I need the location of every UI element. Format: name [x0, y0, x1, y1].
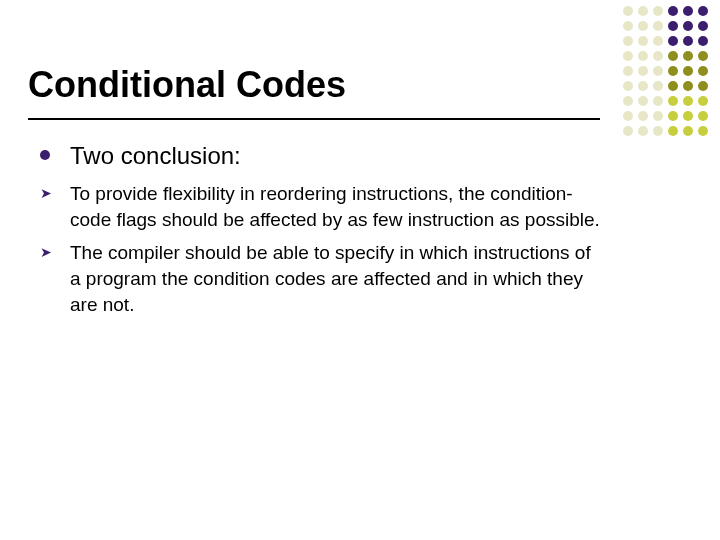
- deco-dot-icon: [668, 21, 678, 31]
- deco-dot-icon: [623, 66, 633, 76]
- deco-dot-icon: [668, 111, 678, 121]
- deco-dot-icon: [668, 6, 678, 16]
- deco-dot-icon: [683, 81, 693, 91]
- slide-title: Conditional Codes: [28, 64, 346, 106]
- deco-dot-icon: [638, 21, 648, 31]
- sub-bullet-row: ➤ The compiler should be able to specify…: [40, 240, 600, 317]
- bullet-text: Two conclusion:: [70, 140, 241, 171]
- deco-dot-icon: [623, 21, 633, 31]
- deco-dot-icon: [653, 96, 663, 106]
- deco-dot-icon: [653, 36, 663, 46]
- deco-dot-icon: [698, 36, 708, 46]
- deco-dot-icon: [638, 111, 648, 121]
- deco-dot-icon: [638, 51, 648, 61]
- deco-dot-icon: [623, 96, 633, 106]
- deco-dot-icon: [698, 96, 708, 106]
- deco-dot-icon: [683, 111, 693, 121]
- deco-dot-icon: [653, 51, 663, 61]
- arrow-bullet-icon: ➤: [40, 185, 52, 201]
- deco-dot-icon: [653, 21, 663, 31]
- deco-dot-icon: [668, 126, 678, 136]
- deco-dot-icon: [683, 36, 693, 46]
- deco-dot-icon: [623, 126, 633, 136]
- arrow-bullet-icon: ➤: [40, 244, 52, 260]
- deco-dot-icon: [698, 6, 708, 16]
- sub-bullet-row: ➤ To provide flexibility in reordering i…: [40, 181, 600, 232]
- deco-dot-icon: [623, 111, 633, 121]
- deco-dot-icon: [653, 81, 663, 91]
- deco-dot-icon: [668, 51, 678, 61]
- deco-dot-icon: [653, 126, 663, 136]
- deco-dot-icon: [698, 81, 708, 91]
- deco-dot-icon: [683, 66, 693, 76]
- disc-bullet-icon: [40, 150, 50, 160]
- deco-dot-icon: [683, 51, 693, 61]
- deco-dot-icon: [698, 126, 708, 136]
- deco-dot-icon: [668, 81, 678, 91]
- deco-dot-icon: [623, 81, 633, 91]
- deco-dot-icon: [698, 66, 708, 76]
- deco-dot-icon: [623, 6, 633, 16]
- deco-dot-icon: [683, 6, 693, 16]
- deco-dot-icon: [698, 51, 708, 61]
- deco-dot-icon: [668, 36, 678, 46]
- deco-dot-icon: [683, 21, 693, 31]
- deco-dot-icon: [698, 21, 708, 31]
- deco-dot-icon: [623, 36, 633, 46]
- deco-dot-icon: [668, 66, 678, 76]
- deco-dot-icon: [668, 96, 678, 106]
- deco-dot-icon: [638, 66, 648, 76]
- bullet-row: Two conclusion:: [40, 140, 600, 171]
- slide-body: Two conclusion: ➤ To provide flexibility…: [40, 140, 600, 317]
- sub-bullet-text: The compiler should be able to specify i…: [70, 240, 600, 317]
- deco-dot-icon: [653, 111, 663, 121]
- deco-dot-icon: [683, 96, 693, 106]
- deco-dot-icon: [653, 66, 663, 76]
- deco-dot-icon: [638, 96, 648, 106]
- deco-dot-icon: [653, 6, 663, 16]
- deco-dot-icon: [683, 126, 693, 136]
- deco-dot-icon: [623, 51, 633, 61]
- deco-dot-icon: [638, 81, 648, 91]
- sub-bullet-text: To provide flexibility in reordering ins…: [70, 181, 600, 232]
- decorative-dot-grid: [623, 6, 710, 138]
- deco-dot-icon: [638, 36, 648, 46]
- title-underline: [28, 118, 600, 120]
- deco-dot-icon: [638, 126, 648, 136]
- deco-dot-icon: [638, 6, 648, 16]
- deco-dot-icon: [698, 111, 708, 121]
- slide: Conditional Codes Two conclusion: ➤ To p…: [0, 0, 720, 540]
